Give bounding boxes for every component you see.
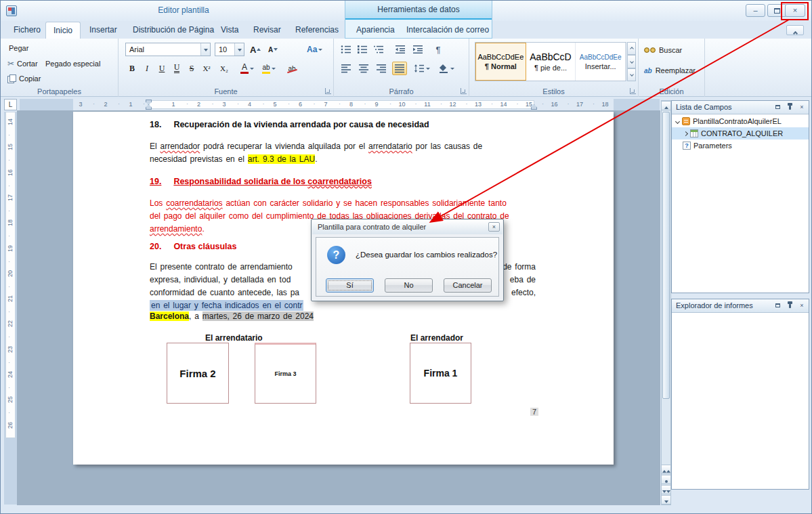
align-justify-button[interactable] (392, 62, 407, 75)
grow-font-button[interactable]: A (249, 43, 262, 56)
align-center-button[interactable] (357, 62, 370, 75)
paste-special-button[interactable]: Pegado especial (45, 60, 100, 68)
tab-insertar[interactable]: Insertar (82, 22, 125, 39)
scrollbar-thumb[interactable] (662, 112, 670, 399)
subscript-button[interactable]: X₂ (217, 62, 231, 75)
tree-item-table[interactable]: CONTRATO_ALQUILER (672, 127, 809, 140)
decrease-indent-button[interactable] (393, 43, 407, 56)
tab-fichero[interactable]: Fichero (6, 22, 48, 39)
gallery-up-button[interactable] (627, 42, 636, 55)
ruler-number: 17 (7, 192, 14, 203)
ruler-number: 7 (321, 101, 330, 108)
tab-distribucion[interactable]: Distribución de Página (125, 22, 221, 39)
close-panel-button[interactable]: × (797, 103, 807, 112)
copy-icon (7, 74, 16, 83)
bold-button[interactable]: B (125, 62, 139, 75)
clear-format-button[interactable]: ab (285, 62, 299, 75)
chevron-down-icon[interactable] (675, 119, 680, 123)
find-button[interactable]: Buscar (644, 46, 682, 54)
horizontal-ruler[interactable]: 3·2·1·1·2·3·4·5·6·7·8·9·10·11·12·13·14·1… (20, 99, 660, 110)
previous-page-button[interactable] (662, 465, 670, 474)
align-left-button[interactable] (339, 62, 353, 75)
signature-box-3[interactable]: Firma 3 (255, 343, 316, 404)
show-marks-button[interactable]: ¶ (431, 43, 445, 56)
select-browse-object-button[interactable] (662, 475, 670, 484)
style-item-insertar[interactable]: AaBbCcDdEeInsertar... (576, 43, 626, 81)
replace-button[interactable]: abReemplazar (644, 66, 696, 74)
minimize-button[interactable]: – (746, 4, 765, 17)
tree-item-parameters[interactable]: ?Parameters (672, 140, 809, 152)
chevron-right-icon[interactable] (683, 131, 688, 135)
restore-panel-button[interactable] (773, 103, 782, 112)
paragraph-dialog-launcher[interactable] (461, 88, 467, 94)
font-family-combobox[interactable]: Arial (125, 43, 211, 56)
gallery-down-button[interactable] (627, 55, 636, 68)
scroll-up-button[interactable] (662, 101, 670, 110)
align-right-button[interactable] (375, 62, 388, 75)
double-underline-button[interactable]: U (170, 62, 184, 75)
tab-stop-selector[interactable]: L (4, 99, 17, 110)
gallery-more-button[interactable] (627, 68, 636, 81)
chevron-down-icon[interactable] (234, 43, 244, 56)
multilevel-list-button[interactable] (372, 43, 385, 56)
pin-panel-button[interactable] (785, 301, 794, 310)
chevron-down-icon[interactable] (200, 43, 210, 56)
no-button[interactable]: No (385, 278, 433, 293)
font-size-combobox[interactable]: 10 (215, 43, 244, 56)
italic-button[interactable]: I (140, 62, 154, 75)
yes-button[interactable]: Sí (326, 278, 374, 293)
text-run: efecto, (511, 286, 536, 299)
misspelled-word: coarrendatarios (307, 177, 371, 186)
tab-vista[interactable]: Vista (213, 22, 246, 39)
close-panel-button[interactable]: × (797, 301, 807, 310)
tab-revisar[interactable]: Revisar (246, 22, 289, 39)
copy-button[interactable]: Copiar (7, 74, 41, 83)
numbered-list-button[interactable] (356, 43, 369, 56)
restore-panel-button[interactable] (773, 301, 782, 310)
strikethrough-button[interactable]: S (185, 62, 198, 75)
ribbon-group-editing: Buscar abReemplazar Edición (639, 39, 705, 97)
report-explorer-header[interactable]: Explorador de informes × (672, 299, 809, 313)
next-page-button[interactable] (662, 485, 670, 494)
maximize-button[interactable] (767, 4, 787, 17)
bullet-list-button[interactable] (339, 43, 353, 56)
shading-button[interactable] (437, 62, 456, 75)
vertical-ruler[interactable]: 14·15·16·17·18·19·20·21·22·23·24·25·26 (4, 112, 17, 505)
style-item-normal[interactable]: AaBbCcDdEe¶ Normal (475, 43, 526, 81)
font-color-button[interactable]: A (239, 62, 255, 75)
document-scrollbar[interactable] (661, 100, 671, 505)
styles-dialog-launcher[interactable] (630, 88, 636, 94)
align-left-icon (341, 64, 351, 73)
text-run: necesidad previstas en el (150, 154, 248, 164)
pin-panel-button[interactable] (785, 103, 794, 112)
shrink-font-button[interactable]: A (266, 43, 280, 56)
tab-apariencia[interactable]: Apariencia (349, 22, 402, 39)
field-list-header[interactable]: Lista de Campos × (672, 101, 809, 114)
tab-inicio[interactable]: Inicio (45, 22, 81, 39)
font-dialog-launcher[interactable] (325, 88, 331, 94)
group-label-styles: Estilos (469, 87, 638, 95)
tree-item-datasource[interactable]: PlantillaContratoAlquilerEL (672, 115, 809, 127)
style-name: ¶ Normal (485, 62, 517, 70)
close-button[interactable]: × (785, 4, 805, 17)
superscript-button[interactable]: X² (200, 62, 213, 75)
style-item-pie[interactable]: AaBbCcD¶ pie de... (526, 43, 576, 81)
scroll-down-button[interactable] (662, 495, 670, 505)
tab-intercalacion-correo[interactable]: Intercalación de correo (399, 22, 496, 39)
indent-icon (412, 45, 423, 54)
underline-button[interactable]: U (155, 62, 169, 75)
highlight-button[interactable]: ab (261, 62, 277, 75)
change-case-button[interactable]: Aa (305, 43, 324, 56)
line-spacing-button[interactable] (412, 62, 431, 75)
dialog-titlebar[interactable]: Plantilla para contrato de alquiler (312, 220, 503, 234)
text-run: podrá recuperar la vivienda alquilada po… (200, 142, 368, 151)
cancel-button[interactable]: Cancelar (444, 278, 492, 293)
tab-referencias[interactable]: Referencias (288, 22, 346, 39)
signature-box-1[interactable]: Firma 1 (410, 343, 471, 404)
dialog-close-button[interactable]: × (488, 222, 500, 232)
cut-button[interactable]: ✂Cortar (7, 60, 38, 68)
increase-indent-button[interactable] (411, 43, 425, 56)
paste-button[interactable]: Pegar (9, 44, 28, 52)
ruler-number: 2 (194, 101, 204, 108)
signature-box-2[interactable]: Firma 2 (167, 343, 229, 404)
